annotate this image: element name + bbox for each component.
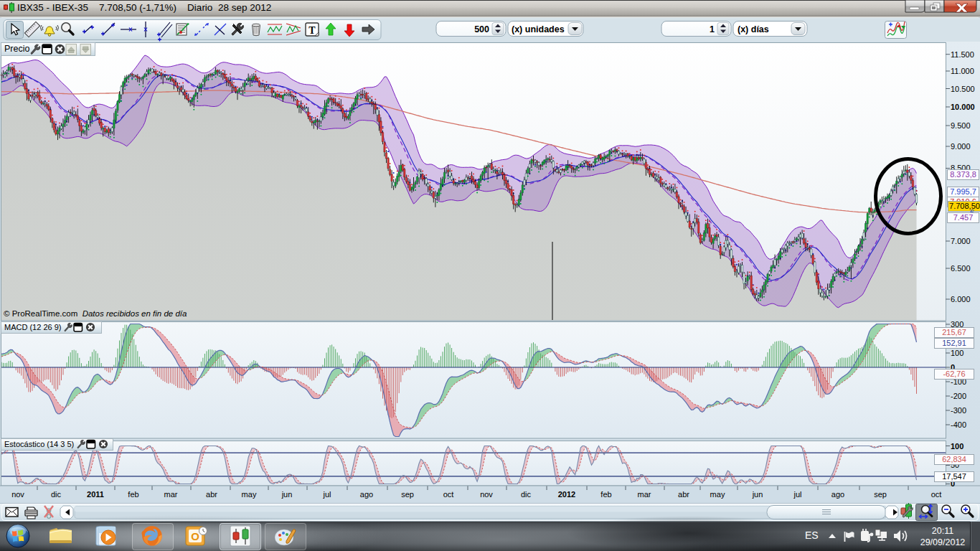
svg-text:T: T xyxy=(308,25,316,36)
svg-text:O: O xyxy=(191,530,199,542)
